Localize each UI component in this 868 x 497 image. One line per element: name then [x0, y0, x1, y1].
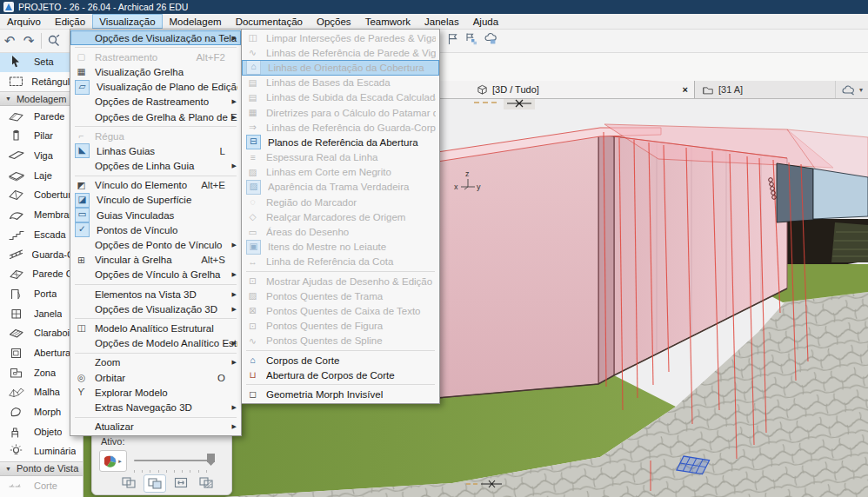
- zoom-tool-icon[interactable]: [44, 32, 63, 50]
- marquee-icon: [8, 75, 29, 89]
- opening-icon: [8, 346, 31, 360]
- menu-item-label: Linhas Guias: [97, 146, 220, 156]
- menu-item-vincular-a-grelha[interactable]: ⊞Vincular à GrelhaAlt+S: [70, 253, 241, 268]
- window-titlebar: PROJETO - 26 - 26.04 - Archicad 26 EDU: [0, 0, 868, 14]
- opacity-slider-handle[interactable]: [207, 454, 215, 466]
- menu-item-label: Elementos na Vista 3D: [95, 289, 237, 300]
- drawing-frames-icon: ▭: [246, 226, 259, 239]
- menu-item-label: Realçar Marcadores de Origem: [266, 212, 436, 222]
- menubar-item-janelas[interactable]: Janelas: [417, 14, 466, 29]
- menu-item-label: Planos de Referência da Abertura: [268, 137, 436, 148]
- tab-3d-tudo[interactable]: [3D / Tudo] ×: [437, 81, 695, 98]
- menu-item-atualizar[interactable]: Atualizar▶: [70, 420, 241, 434]
- menu-item-opcoes-de-modelo-analitico-estrutural[interactable]: Opções de Modelo Analítico Estrutural▶: [70, 336, 241, 351]
- dark-wall: [777, 163, 813, 222]
- menu-item-corpos-de-corte[interactable]: ⌂Corpos de Corte: [242, 353, 439, 368]
- menu-item-extras-navegacao-3d[interactable]: Extras Navegação 3D▶: [70, 400, 241, 414]
- menu-item-vinculo-de-superficie[interactable]: ◪Vínculo de Superfície: [70, 193, 241, 208]
- submenu-arrow-icon: ▶: [232, 35, 237, 42]
- menubar-item-teamwork[interactable]: Teamwork: [358, 14, 417, 29]
- cloud-object-icon[interactable]: [484, 32, 498, 46]
- menu-item-label: Opções de Rastreamento: [95, 96, 237, 107]
- toolbox-item-label: Zona: [34, 368, 56, 378]
- swap-compare-icon[interactable]: [170, 474, 191, 491]
- true-line-weight-icon: ≡: [246, 151, 259, 164]
- menubar-item-opcoes[interactable]: Opções: [310, 14, 358, 29]
- menu-item-opcoes-de-visualizacao-na-tela[interactable]: Opções de Visualização na Tela▶: [70, 30, 241, 45]
- menu-item-opcoes-de-ponto-de-vinculo[interactable]: Opções de Ponto de Vínculo▶: [70, 237, 241, 252]
- menubar-item-modelagem[interactable]: Modelagem: [163, 14, 229, 29]
- menu-item-geometria-morph-invisivel[interactable]: ◻Geometria Morph Invisível: [242, 387, 439, 401]
- opacity-slider-track[interactable]: [134, 460, 214, 461]
- svg-text:z: z: [465, 169, 470, 178]
- toolbox-item-label: Viga: [34, 150, 53, 161]
- menu-item-linhas-guias[interactable]: ◣Linhas GuiasL: [70, 143, 241, 158]
- menu-item-realcar-marcadores-de-origem: ◇Realçar Marcadores de Origem: [242, 209, 439, 224]
- flag-icon[interactable]: [446, 32, 459, 46]
- menu-item-pontos-quentes-de-caixa-de-texto: ⊠Pontos Quentes de Caixa de Texto: [242, 303, 439, 318]
- pie-reference-icon: [104, 455, 117, 467]
- ghost-compare-icon[interactable]: [118, 474, 139, 491]
- menu-item-pontos-quentes-de-figura: ⊡Pontos Quentes de Figura: [242, 319, 439, 334]
- menu-item-rastreamento: ▢RastreamentoAlt+F2: [70, 50, 241, 64]
- menu-item-zoom[interactable]: Zoom▶: [70, 355, 241, 370]
- invisible-morph-geometry-icon: ◻: [246, 388, 259, 401]
- menu-item-label: Abertura de Corpos de Corte: [266, 370, 436, 381]
- submenu-arrow-icon: ▶: [232, 98, 237, 105]
- empty-icon-gutter: [75, 288, 88, 301]
- menu-item-pontos-de-vinculo[interactable]: ✓Pontos de Vínculo: [70, 222, 241, 237]
- menubar-item-visualizacao[interactable]: Visualização: [92, 14, 162, 29]
- archicad-logo-icon: [3, 2, 14, 12]
- menu-item-linhas-de-bases-da-escada: ▤Linhas de Bases da Escada: [242, 76, 439, 90]
- menu-item-label: Régua: [95, 131, 237, 142]
- screen-options-submenu: ◫Limpar Interseções de Paredes & Vigas∿L…: [241, 29, 440, 404]
- orbit-icon: ◎: [75, 371, 88, 384]
- dropdown-caret-icon[interactable]: ▾: [859, 86, 863, 94]
- toolbox-item-luminaria[interactable]: Luminária: [0, 441, 83, 461]
- reference-picker[interactable]: ▸: [99, 450, 127, 472]
- menubar-item-edicao[interactable]: Edição: [48, 14, 92, 29]
- menu-item-vinculo-do-elemento[interactable]: ◩Vínculo do ElementoAlt+E: [70, 178, 241, 193]
- menu-item-label: Opções de Visualização na Tela: [95, 33, 237, 43]
- master-layout-items-icon: ▣: [246, 240, 261, 255]
- menubar-item-ajuda[interactable]: Ajuda: [466, 14, 505, 29]
- menu-item-opcoes-de-visualizacao-3d[interactable]: Opções de Visualização 3D▶: [70, 302, 241, 316]
- menu-item-explorar-modelo[interactable]: ϒExplorar Modelo: [70, 385, 241, 400]
- menu-item-abertura-de-corpos-de-corte[interactable]: ⊔Abertura de Corpos de Corte: [242, 368, 439, 382]
- cutting-body-openings-icon: ⊔: [246, 368, 259, 381]
- redo-icon[interactable]: ↷: [19, 32, 38, 50]
- skylight-icon: [8, 326, 31, 340]
- menu-item-planos-de-referencia-da-abertura[interactable]: ⊟Planos de Referência da Abertura: [242, 135, 439, 149]
- menu-item-label: Linha de Referência da Cota: [266, 256, 436, 267]
- flag-elements-icon[interactable]: [464, 32, 478, 46]
- grid-snap-icon: ⊞: [75, 254, 88, 267]
- submenu-arrow-icon: ▶: [232, 291, 237, 298]
- cloud-icon[interactable]: [841, 83, 856, 96]
- menu-item-elementos-na-vista-3d[interactable]: Elementos na Vista 3D▶: [70, 287, 241, 302]
- menu-item-opcoes-de-vinculo-a-grelha[interactable]: Opções de Vínculo à Grelha▶: [70, 268, 241, 282]
- menu-item-opcoes-de-grelha-plano-de-edicao[interactable]: Opções de Grelha & Plano de Edição▶: [70, 109, 241, 124]
- menu-item-modelo-analitico-estrutural[interactable]: ◫Modelo Analítico Estrutural: [70, 321, 241, 335]
- menu-item-orbitar[interactable]: ◎OrbitarO: [70, 370, 241, 385]
- toolbox-item-corte: Corte: [0, 476, 83, 496]
- menu-item-visualizacao-grelha[interactable]: ▦Visualização Grelha: [70, 64, 241, 79]
- tab-31a[interactable]: [31 A] ▾: [695, 81, 868, 98]
- menubar-item-arquivo[interactable]: Arquivo: [0, 14, 48, 29]
- undo-icon[interactable]: ↶: [0, 32, 19, 50]
- menu-item-label: Rastreamento: [95, 52, 196, 63]
- close-tab-icon[interactable]: ×: [683, 84, 688, 95]
- menu-item-opcoes-de-rastreamento[interactable]: Opções de Rastreamento▶: [70, 95, 241, 109]
- menu-item-visualizacao-de-plano-de-edicao[interactable]: ▱Visualização de Plano de Edição: [70, 80, 241, 95]
- menu-item-label: Aparência da Trama Verdadeira: [268, 182, 436, 192]
- menu-item-guias-vinculadas[interactable]: ▭Guias Vinculadas: [70, 208, 241, 222]
- overlap-compare-icon[interactable]: [144, 474, 166, 493]
- collapse-triangle-icon: ▼: [5, 466, 11, 472]
- menu-item-linhas-em-corte-em-negrito: ▨Linhas em Corte em Negrito: [242, 165, 439, 180]
- menubar-item-documentacao[interactable]: Documentação: [229, 14, 310, 29]
- hatch-compare-icon[interactable]: [196, 474, 217, 491]
- menu-separator: [75, 417, 237, 418]
- menu-item-label: Diretrizes para o Cálculo do Patamar da …: [266, 108, 436, 118]
- menu-item-opcoes-de-linha-guia[interactable]: Opções de Linha Guia▶: [70, 159, 241, 174]
- toolbox-section-ponto-de-vista[interactable]: ▼Ponto de Vista: [0, 461, 83, 476]
- wall-beam-intersection-icon: ◫: [246, 31, 259, 44]
